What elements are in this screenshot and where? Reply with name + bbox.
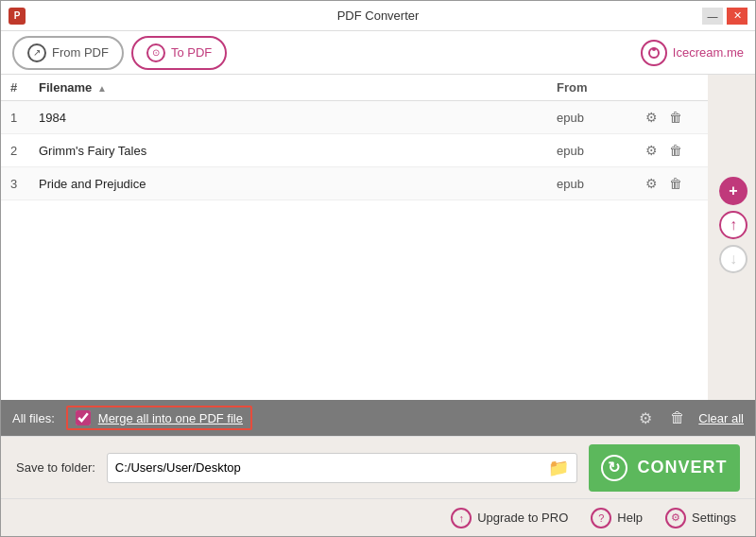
clear-all-button[interactable]: Clear all xyxy=(698,411,744,425)
side-buttons: + ↑ ↓ xyxy=(719,177,747,273)
minimize-button[interactable]: — xyxy=(702,8,723,25)
col-header-filename: Filename ▲ xyxy=(39,80,557,95)
convert-label: CONVERT xyxy=(637,458,727,477)
footer-delete-icon[interactable]: 🗑 xyxy=(666,407,689,429)
table-row: 1 1984 epub ⚙ 🗑 xyxy=(1,101,708,134)
tab-from-pdf[interactable]: ↗ From PDF xyxy=(12,36,124,70)
merge-checkbox[interactable] xyxy=(76,410,91,425)
all-files-label: All files: xyxy=(12,411,55,425)
tabbar: ↗ From PDF ⊙ To PDF Icecream.me xyxy=(1,31,755,75)
merge-label[interactable]: Merge all into one PDF file xyxy=(98,411,243,425)
row-1-actions: ⚙ 🗑 xyxy=(642,108,698,127)
row-3-from: epub xyxy=(557,177,642,191)
footer-bar: All files: Merge all into one PDF file ⚙… xyxy=(1,400,755,436)
move-down-button[interactable]: ↓ xyxy=(719,245,747,273)
save-label: Save to folder: xyxy=(16,460,95,475)
table-area: # Filename ▲ From 1 1984 epub ⚙ 🗑 xyxy=(1,75,708,400)
table-rows: 1 1984 epub ⚙ 🗑 2 Grimm's Fairy Tales ep… xyxy=(1,101,708,400)
help-label: Help xyxy=(617,511,643,525)
help-button[interactable]: ? Help xyxy=(591,508,643,528)
settings-button[interactable]: ⚙ Settings xyxy=(665,508,736,528)
from-pdf-tab-label: From PDF xyxy=(52,45,109,60)
row-2-num: 2 xyxy=(10,144,39,158)
row-3-filename: Pride and Prejudice xyxy=(39,177,557,191)
row-3-actions: ⚙ 🗑 xyxy=(642,174,698,193)
save-area: Save to folder: 📁 ↻ CONVERT xyxy=(1,436,755,498)
main-content: # Filename ▲ From 1 1984 epub ⚙ 🗑 xyxy=(1,75,755,400)
row-2-settings-icon[interactable]: ⚙ xyxy=(642,141,661,160)
tab-to-pdf[interactable]: ⊙ To PDF xyxy=(131,36,227,70)
window-title: PDF Converter xyxy=(337,9,420,23)
add-file-button[interactable]: + xyxy=(719,177,747,205)
row-1-from: epub xyxy=(557,111,642,125)
row-2-from: epub xyxy=(557,144,642,158)
merge-section: Merge all into one PDF file xyxy=(66,406,252,430)
help-icon: ? xyxy=(591,508,611,528)
app-icon: P xyxy=(9,8,26,25)
to-pdf-tab-label: To PDF xyxy=(171,45,212,60)
row-2-filename: Grimm's Fairy Tales xyxy=(39,144,557,158)
brand-icon xyxy=(641,40,667,66)
save-path-input[interactable] xyxy=(115,460,548,475)
upgrade-icon: ↑ xyxy=(451,508,472,528)
from-pdf-tab-icon: ↗ xyxy=(27,43,46,62)
col-header-from: From xyxy=(557,80,642,95)
row-3-settings-icon[interactable]: ⚙ xyxy=(642,174,661,193)
titlebar-left: P xyxy=(9,8,26,25)
row-1-filename: 1984 xyxy=(39,111,557,125)
row-3-delete-icon[interactable]: 🗑 xyxy=(666,174,685,193)
app-window: P PDF Converter — ✕ ↗ From PDF ⊙ To PDF xyxy=(0,0,756,537)
row-2-delete-icon[interactable]: 🗑 xyxy=(666,141,685,160)
settings-label: Settings xyxy=(692,511,736,525)
brand: Icecream.me xyxy=(641,40,744,66)
upgrade-button[interactable]: ↑ Upgrade to PRO xyxy=(451,508,568,528)
brand-label: Icecream.me xyxy=(673,45,744,60)
settings-icon: ⚙ xyxy=(665,508,686,528)
convert-icon: ↻ xyxy=(601,455,627,481)
save-input-wrapper: 📁 xyxy=(107,453,577,483)
titlebar-controls: — ✕ xyxy=(702,8,747,25)
table-row: 2 Grimm's Fairy Tales epub ⚙ 🗑 xyxy=(1,134,708,167)
table-header: # Filename ▲ From xyxy=(1,75,708,101)
footer-bar-right: ⚙ 🗑 Clear all xyxy=(634,407,744,429)
sort-arrow: ▲ xyxy=(97,83,107,94)
bottom-bar: ↑ Upgrade to PRO ? Help ⚙ Settings xyxy=(1,498,755,536)
upgrade-label: Upgrade to PRO xyxy=(477,511,568,525)
titlebar: P PDF Converter — ✕ xyxy=(1,1,755,31)
svg-point-1 xyxy=(652,47,656,51)
row-3-num: 3 xyxy=(10,177,39,191)
browse-folder-icon[interactable]: 📁 xyxy=(548,458,569,478)
row-1-delete-icon[interactable]: 🗑 xyxy=(666,108,685,127)
convert-button[interactable]: ↻ CONVERT xyxy=(589,444,740,492)
row-1-num: 1 xyxy=(10,111,39,125)
close-button[interactable]: ✕ xyxy=(727,8,747,25)
row-2-actions: ⚙ 🗑 xyxy=(642,141,698,160)
footer-settings-icon[interactable]: ⚙ xyxy=(634,407,657,429)
to-pdf-tab-icon: ⊙ xyxy=(146,43,165,62)
move-up-button[interactable]: ↑ xyxy=(719,211,747,239)
col-header-num: # xyxy=(10,80,39,95)
tabs: ↗ From PDF ⊙ To PDF xyxy=(12,36,227,70)
table-row: 3 Pride and Prejudice epub ⚙ 🗑 xyxy=(1,167,708,200)
row-1-settings-icon[interactable]: ⚙ xyxy=(642,108,661,127)
